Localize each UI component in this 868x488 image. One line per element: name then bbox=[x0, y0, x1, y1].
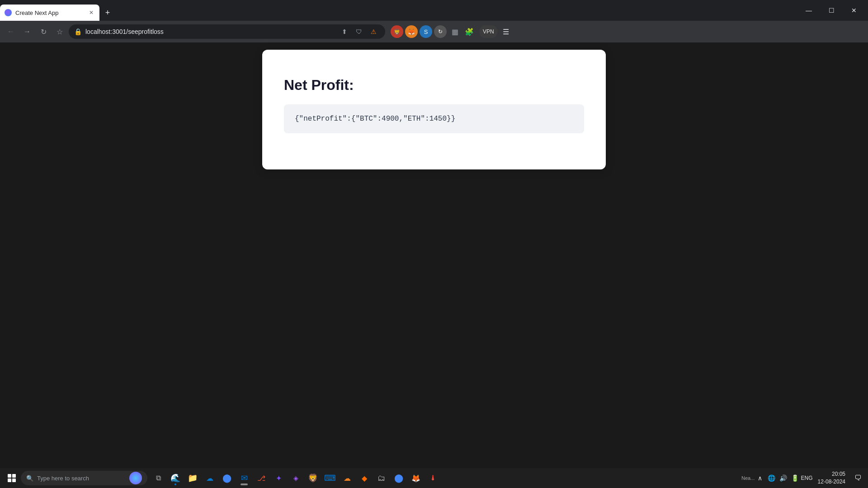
onedrive-icon: ☁ bbox=[206, 474, 213, 483]
vscode-icon: ⌨ bbox=[324, 473, 336, 483]
tab-close-button[interactable]: ✕ bbox=[88, 9, 95, 16]
extensions-area: 🦁 🦊 S ↻ ▦ 🧩 bbox=[391, 25, 476, 38]
alert-icon[interactable]: ⚠ bbox=[367, 25, 380, 38]
tab-title: Create Next App bbox=[15, 9, 84, 16]
titlebar: Create Next App ✕ + — ☐ ✕ bbox=[0, 0, 868, 21]
cloudflare-app[interactable]: ☁ bbox=[339, 470, 355, 486]
address-bar[interactable]: 🔒 localhost:3001/seeprofitloss ⬆ 🛡 ⚠ bbox=[69, 24, 385, 39]
battery-icon[interactable]: 🔋 bbox=[791, 474, 800, 483]
taskbar-clock[interactable]: 20:05 12-08-2024 bbox=[814, 470, 849, 486]
edge-icon: 🌊 bbox=[170, 473, 180, 483]
search-placeholder: Type here to search bbox=[37, 475, 89, 482]
cortana-icon bbox=[129, 472, 142, 484]
extension-refresh-icon[interactable]: ↻ bbox=[434, 25, 447, 38]
explorer-icon: 📁 bbox=[188, 473, 198, 483]
git-app[interactable]: ⎇ bbox=[253, 470, 269, 486]
taskbar-search[interactable]: 🔍 Type here to search bbox=[21, 471, 147, 485]
task-view-button[interactable]: ⧉ bbox=[150, 470, 166, 486]
back-button[interactable]: ← bbox=[4, 24, 18, 39]
share-button[interactable]: ⬆ bbox=[338, 25, 351, 38]
vpn-button[interactable]: VPN bbox=[479, 25, 498, 38]
search-icon: 🔍 bbox=[26, 475, 33, 482]
firefox-icon: 🦊 bbox=[411, 474, 420, 483]
sublime-icon: ◆ bbox=[362, 474, 367, 483]
bookmark-button[interactable]: ☆ bbox=[52, 24, 67, 39]
files-app[interactable]: 🗂 bbox=[373, 470, 390, 486]
network-icon[interactable]: 🌐 bbox=[767, 474, 776, 483]
tab-favicon bbox=[5, 9, 12, 16]
onedrive-app[interactable]: ☁ bbox=[202, 470, 218, 486]
brave-app[interactable]: 🦁 bbox=[305, 470, 321, 486]
forward-button[interactable]: → bbox=[20, 24, 34, 39]
task-view-icon: ⧉ bbox=[156, 474, 161, 482]
tab-area: Create Next App ✕ + bbox=[0, 0, 114, 21]
new-tab-button[interactable]: + bbox=[101, 6, 114, 19]
reload-button[interactable]: ↻ bbox=[36, 24, 51, 39]
security-icon: 🔒 bbox=[74, 28, 82, 35]
start-button[interactable] bbox=[4, 470, 20, 486]
extension-red-icon[interactable]: 🦁 bbox=[391, 25, 403, 38]
minimize-button[interactable]: — bbox=[798, 0, 819, 21]
browser-content: Net Profit: {"netProfit":{"BTC":4900,"ET… bbox=[0, 42, 868, 468]
language-label[interactable]: ENG bbox=[802, 474, 811, 483]
lang-text: ENG bbox=[801, 475, 813, 481]
address-actions: ⬆ 🛡 ⚠ bbox=[338, 25, 380, 38]
outlook-icon: ✉ bbox=[241, 473, 248, 483]
chrome2-icon: ⬤ bbox=[394, 473, 403, 483]
app-active-dot bbox=[241, 483, 248, 485]
cloudflare-icon: ☁ bbox=[344, 474, 351, 483]
extension-blue-icon[interactable]: S bbox=[420, 25, 432, 38]
chrome2-app[interactable]: ⬤ bbox=[391, 470, 407, 486]
extensions-menu-icon[interactable]: 🧩 bbox=[463, 25, 476, 38]
net-profit-heading: Net Profit: bbox=[284, 77, 584, 94]
nea-app[interactable]: Nea... bbox=[744, 474, 753, 483]
json-output: {"netProfit":{"BTC":4900,"ETH":1450}} bbox=[284, 104, 584, 133]
nea-label: Nea... bbox=[741, 475, 755, 481]
taskbar-right: Nea... ∧ 🌐 🔊 🔋 ENG 20:05 12-08-2024 🗨 bbox=[744, 470, 864, 486]
active-tab[interactable]: Create Next App ✕ bbox=[0, 5, 99, 21]
address-text: localhost:3001/seeprofitloss bbox=[85, 28, 335, 35]
vpn-label: VPN bbox=[483, 28, 494, 35]
taskbar-apps: ⧉ 🌊 📁 ☁ ⬤ ✉ ⎇ ✦ ◈ 🦁 ⌨ bbox=[150, 470, 441, 486]
clock-date: 12-08-2024 bbox=[818, 478, 845, 486]
navbar: ← → ↻ ☆ 🔒 localhost:3001/seeprofitloss ⬆… bbox=[0, 21, 868, 42]
copilot-app[interactable]: ✦ bbox=[270, 470, 287, 486]
app-active-dot bbox=[175, 483, 176, 485]
titlebar-controls: — ☐ ✕ bbox=[798, 0, 868, 21]
brave-icon: 🦁 bbox=[308, 473, 318, 483]
tray-icons: Nea... ∧ 🌐 🔊 🔋 ENG bbox=[744, 474, 811, 483]
sublime-app[interactable]: ◆ bbox=[356, 470, 373, 486]
maximize-button[interactable]: ☐ bbox=[821, 0, 842, 21]
windows-logo-icon bbox=[8, 474, 16, 482]
taskbar: 🔍 Type here to search ⧉ 🌊 📁 ☁ ⬤ ✉ ⎇ ✦ bbox=[0, 468, 868, 488]
close-button[interactable]: ✕ bbox=[844, 0, 864, 21]
extension-fox-icon[interactable]: 🦊 bbox=[405, 25, 418, 38]
figma-icon: ◈ bbox=[293, 474, 298, 482]
page-card: Net Profit: {"netProfit":{"BTC":4900,"ET… bbox=[262, 50, 606, 169]
sidebar-button[interactable]: ▦ bbox=[448, 25, 461, 38]
chrome-app[interactable]: ⬤ bbox=[219, 470, 235, 486]
profile-area: VPN ☰ bbox=[479, 25, 512, 38]
git-icon: ⎇ bbox=[257, 474, 265, 483]
outlook-app[interactable]: ✉ bbox=[236, 470, 252, 486]
copilot-icon: ✦ bbox=[276, 474, 282, 483]
chrome-icon: ⬤ bbox=[222, 473, 231, 483]
firefox-app[interactable]: 🦊 bbox=[408, 470, 424, 486]
explorer-app[interactable]: 📁 bbox=[184, 470, 201, 486]
vscode-app[interactable]: ⌨ bbox=[322, 470, 338, 486]
shield-icon[interactable]: 🛡 bbox=[353, 25, 365, 38]
edge-app[interactable]: 🌊 bbox=[167, 470, 184, 486]
notification-button[interactable]: 🗨 bbox=[852, 472, 864, 484]
thermometer-app[interactable]: 🌡 bbox=[425, 470, 441, 486]
files-icon: 🗂 bbox=[377, 474, 386, 483]
volume-icon[interactable]: 🔊 bbox=[779, 474, 788, 483]
menu-button[interactable]: ☰ bbox=[500, 25, 512, 38]
thermometer-icon: 🌡 bbox=[429, 474, 437, 482]
figma-app[interactable]: ◈ bbox=[288, 470, 304, 486]
chevron-up-icon[interactable]: ∧ bbox=[755, 474, 764, 483]
clock-time: 20:05 bbox=[818, 470, 845, 478]
